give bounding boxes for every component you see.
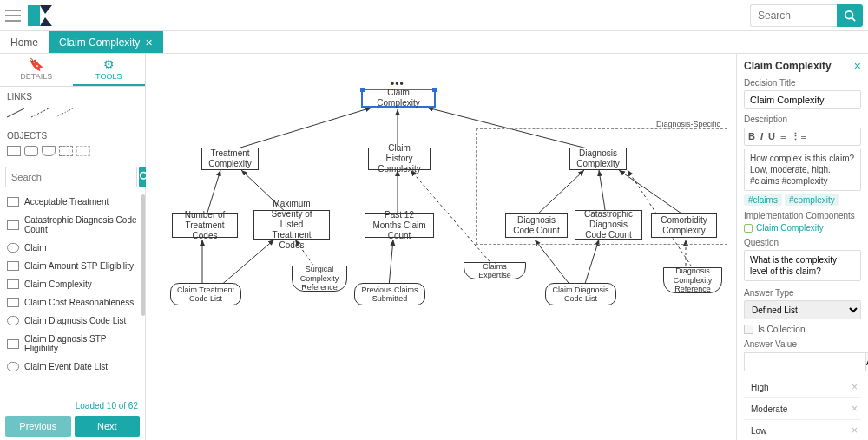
svg-point-3 <box>845 10 853 18</box>
link-dotted-icon[interactable] <box>56 107 73 119</box>
list-item[interactable]: Claim Cost Reasonableness <box>3 293 141 312</box>
link-solid-icon[interactable] <box>7 107 24 119</box>
tab-details-label: DETAILS <box>20 72 52 81</box>
list-item[interactable]: Acceptable Treatment <box>3 193 141 211</box>
node-catastrophic-diag-count[interactable]: Catastrophic Diagnosis Code Count <box>575 210 642 240</box>
svg-line-10 <box>229 108 372 151</box>
svg-line-13 <box>207 170 220 215</box>
tag-chip[interactable]: #claims <box>744 194 782 206</box>
italic-icon[interactable]: I <box>760 131 763 142</box>
question-input[interactable] <box>744 250 861 281</box>
gear-icon: ⚙ <box>73 57 146 71</box>
tag-chip[interactable]: #complexity <box>785 194 839 206</box>
input-previous-claims-submitted[interactable]: Previous Claims Submitted <box>354 283 425 305</box>
search-input[interactable] <box>750 4 837 27</box>
bullet-list-icon[interactable]: ≡ <box>780 131 786 142</box>
links-palette <box>0 105 145 126</box>
panel-title: Claim Complexity <box>744 60 832 72</box>
edges-layer <box>146 54 736 440</box>
svg-marker-0 <box>28 5 40 26</box>
objects-palette <box>0 144 145 163</box>
app-logo <box>28 5 52 26</box>
input-claim-treatment-code-list[interactable]: Claim Treatment Code List <box>170 283 241 305</box>
answer-option[interactable]: Moderate× <box>744 398 861 420</box>
breadcrumb-tab-active[interactable]: Claim Complexity × <box>49 31 163 53</box>
number-list-icon[interactable]: ⋮≡ <box>791 131 806 142</box>
global-search <box>750 4 863 27</box>
menu-icon[interactable] <box>5 10 21 22</box>
breadcrumb-tab-label: Claim Complexity <box>59 36 140 49</box>
node-diagnosis-code-count[interactable]: Diagnosis Code Count <box>505 213 568 238</box>
node-number-treatment-codes[interactable]: Number of Treatment Codes <box>172 213 238 238</box>
impl-component-link[interactable]: Claim Complexity <box>744 223 861 233</box>
answer-type-label: Answer Type <box>744 288 861 298</box>
description-value[interactable]: How complex is this claim? Low, moderate… <box>744 149 861 191</box>
tab-tools[interactable]: ⚙ TOOLS <box>73 54 146 86</box>
close-panel-icon[interactable]: × <box>854 59 861 73</box>
shape-dashed-icon[interactable] <box>59 146 73 156</box>
next-button[interactable]: Next <box>75 416 141 437</box>
object-list: Acceptable Treatment Catastrophic Diagno… <box>0 191 145 399</box>
search-button[interactable] <box>837 4 863 27</box>
palette-search-input[interactable] <box>5 167 137 187</box>
node-comorbidity-complexity[interactable]: Comorbidity Complexity <box>651 213 717 238</box>
tab-tools-label: TOOLS <box>95 72 122 81</box>
objects-heading: OBJECTS <box>0 126 145 144</box>
knowledge-surgical-reference[interactable]: Surgical Complexity Reference <box>292 266 347 292</box>
remove-icon[interactable]: × <box>852 424 858 437</box>
remove-icon[interactable]: × <box>852 403 858 415</box>
left-panel: 🔖 DETAILS ⚙ TOOLS LINKS OBJECTS <box>0 54 146 440</box>
list-item[interactable]: Claim <box>3 239 141 257</box>
node-diagnosis-complexity[interactable]: Diagnosis Complexity <box>569 148 627 170</box>
svg-line-22 <box>535 240 571 286</box>
link-dashed-icon[interactable] <box>31 107 49 119</box>
svg-line-6 <box>31 108 49 117</box>
previous-button[interactable]: Previous <box>5 416 71 437</box>
description-label: Description <box>744 115 861 124</box>
list-item[interactable]: Claim Amount STP Eligibility <box>3 257 141 275</box>
list-item[interactable]: Claim Event Date List <box>3 358 141 376</box>
tab-details[interactable]: 🔖 DETAILS <box>0 54 73 86</box>
underline-icon[interactable]: U <box>768 131 775 142</box>
node-menu-icon[interactable]: ••• <box>391 78 404 90</box>
svg-line-4 <box>852 17 856 21</box>
node-treatment-complexity[interactable]: Treatment Complexity <box>201 148 259 170</box>
diagram-canvas[interactable]: Claim Complexity ••• Diagnosis-Specific … <box>146 54 736 440</box>
node-past-12-months[interactable]: Past 12 Months Claim Count <box>365 213 434 238</box>
answer-type-select[interactable]: Defined List <box>744 300 861 319</box>
knowledge-claims-expertise[interactable]: Claims Expertise <box>464 262 526 279</box>
answer-option[interactable]: High× <box>744 377 861 398</box>
is-collection-checkbox[interactable] <box>744 325 753 334</box>
list-item[interactable]: Catastrophic Diagnosis Code Count <box>3 211 141 239</box>
svg-line-21 <box>389 240 393 286</box>
bookmark-icon: 🔖 <box>0 57 73 71</box>
shape-round-icon[interactable] <box>24 146 38 156</box>
question-label: Question <box>744 238 861 247</box>
component-icon <box>744 224 753 233</box>
input-claim-diagnosis-code-list[interactable]: Claim Diagnosis Code List <box>545 283 616 305</box>
answer-value-label: Answer Value <box>744 339 861 349</box>
answer-add-input[interactable] <box>744 352 865 371</box>
top-bar <box>0 0 868 31</box>
svg-line-7 <box>56 108 73 117</box>
knowledge-diagnosis-reference[interactable]: Diagnosis Complexity Reference <box>663 267 722 293</box>
breadcrumb-home[interactable]: Home <box>0 31 49 53</box>
shape-know-icon[interactable] <box>42 146 56 156</box>
shape-rect-icon[interactable] <box>7 146 21 156</box>
impl-components-label: Implementation Components <box>744 211 861 220</box>
list-item[interactable]: Claim Diagnosis Code List <box>3 312 141 330</box>
answer-option[interactable]: Low× <box>744 420 861 440</box>
loaded-count: Loaded 10 of 62 <box>0 399 145 412</box>
node-claim-complexity[interactable]: Claim Complexity <box>361 89 436 108</box>
scrollbar-thumb[interactable] <box>141 194 145 316</box>
bold-icon[interactable]: B <box>748 131 755 142</box>
remove-icon[interactable]: × <box>852 381 858 393</box>
decision-title-input[interactable] <box>744 90 861 109</box>
list-item[interactable]: Claim Diagnosis STP Eligibility <box>3 330 141 358</box>
close-icon[interactable]: × <box>145 36 152 49</box>
node-max-severity[interactable]: Maximum Severity of Listed Treatment Cod… <box>253 210 330 240</box>
shape-dashed2-icon[interactable] <box>76 146 90 156</box>
node-claim-history-complexity[interactable]: Claim History Complexity <box>368 148 431 170</box>
list-item[interactable]: Claim Complexity <box>3 275 141 293</box>
rich-text-toolbar: B I U ≡ ⋮≡ <box>744 128 861 146</box>
